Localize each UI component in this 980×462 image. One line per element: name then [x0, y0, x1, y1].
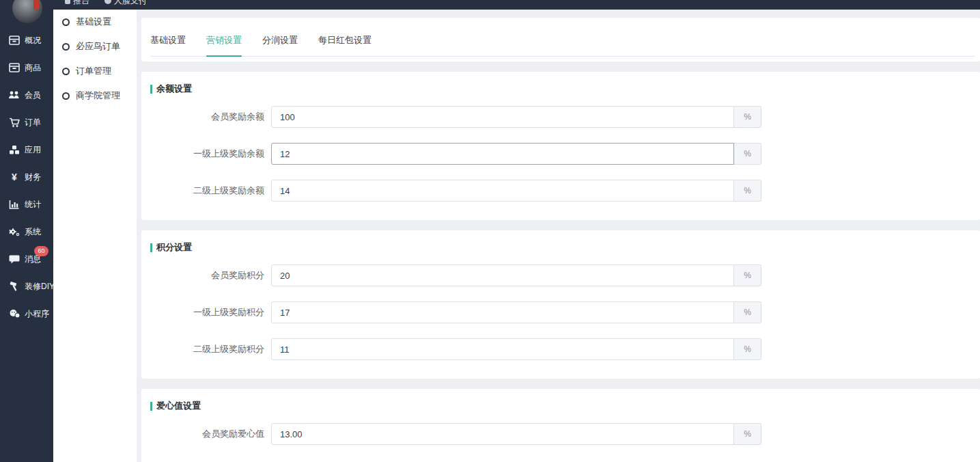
- sidebar-item-system[interactable]: 系统: [0, 218, 53, 245]
- percent-suffix: %: [734, 264, 761, 286]
- field-label: 二级上级奖励积分: [141, 338, 264, 360]
- sidebar-item-label: 概况: [25, 35, 41, 46]
- sidebar-item-label: 财务: [25, 172, 41, 183]
- circle-icon: [62, 68, 70, 75]
- submenu-item-label: 商学院管理: [76, 90, 120, 102]
- level1-reward-balance-input[interactable]: [271, 143, 734, 165]
- field-label: 一级上级奖励余额: [141, 143, 264, 165]
- sidebar-item-label: 小程序: [25, 308, 49, 320]
- level2-reward-points-input[interactable]: [271, 338, 734, 360]
- submenu-item-order-management[interactable]: 订单管理: [53, 59, 137, 83]
- main-content: 基础设置 营销设置 分润设置 每日红包设置 余额设置 会员奖励余额 % 一级上级…: [137, 10, 980, 462]
- tab-profit-settings[interactable]: 分润设置: [262, 34, 298, 57]
- section-title: 余额设置: [156, 83, 192, 95]
- member-reward-points-input[interactable]: [271, 264, 734, 286]
- section-accent-bar: [150, 85, 152, 94]
- topbar-item-label: 人脸支付: [114, 0, 147, 7]
- submenu-item-label: 必应鸟订单: [76, 40, 120, 53]
- system-icon: [8, 226, 20, 237]
- diy-icon: [8, 281, 20, 292]
- member-reward-balance-input[interactable]: [271, 106, 734, 128]
- sidebar-item-overview[interactable]: 概况: [0, 27, 53, 54]
- section-title: 积分设置: [156, 241, 192, 254]
- percent-suffix: %: [734, 106, 761, 128]
- percent-suffix: %: [734, 301, 761, 323]
- messages-count-badge: 60: [34, 246, 48, 256]
- submenu-item-label: 基础设置: [76, 16, 111, 28]
- stats-icon: [8, 199, 20, 210]
- goods-icon: [8, 62, 20, 73]
- submenu-item-bingbird-orders[interactable]: 必应鸟订单: [53, 34, 137, 59]
- sidebar-item-members[interactable]: 会员: [0, 81, 53, 109]
- orders-icon: [8, 117, 20, 128]
- sidebar-item-label: 装修DIY: [25, 281, 55, 293]
- section-title: 爱心值设置: [156, 400, 201, 412]
- percent-suffix: %: [734, 143, 761, 165]
- sidebar-item-apps[interactable]: 应用: [0, 136, 53, 163]
- section-love-value-settings: 爱心值设置 会员奖励爱心值 %: [141, 389, 980, 462]
- topbar: 推台 人脸支付: [0, 0, 980, 10]
- percent-suffix: %: [734, 338, 761, 360]
- submenu-item-label: 订单管理: [76, 65, 111, 77]
- sidebar-item-label: 统计: [25, 199, 41, 210]
- primary-sidebar: 概况 商品 会员 订单 应用 ¥: [0, 0, 53, 462]
- sidebar-item-stats[interactable]: 统计: [0, 191, 53, 218]
- field-label: 会员奖励爱心值: [141, 423, 264, 445]
- members-icon: [8, 90, 20, 100]
- field-label: 会员奖励余额: [141, 106, 264, 128]
- member-reward-love-input[interactable]: [271, 423, 734, 445]
- section-balance-settings: 余额设置 会员奖励余额 % 一级上级奖励余额 % 二级上级奖励余额 %: [141, 72, 980, 220]
- section-points-settings: 积分设置 会员奖励积分 % 一级上级奖励积分 % 二级上级奖励积分 %: [141, 230, 980, 379]
- section-accent-bar: [150, 402, 152, 411]
- sidebar-item-label: 会员: [25, 90, 41, 101]
- secondary-sidebar: 基础设置 必应鸟订单 订单管理 商学院管理: [53, 10, 137, 462]
- percent-suffix: %: [734, 423, 761, 445]
- level2-reward-balance-input[interactable]: [271, 180, 734, 202]
- sidebar-item-goods[interactable]: 商品: [0, 54, 53, 81]
- sidebar-item-label: 系统: [25, 226, 41, 238]
- sidebar-item-label: 应用: [25, 144, 41, 156]
- sidebar-item-miniprogram[interactable]: 小程序: [0, 300, 53, 327]
- tab-basic-settings[interactable]: 基础设置: [150, 34, 186, 57]
- sidebar-item-diy[interactable]: 装修DIY: [0, 273, 53, 300]
- topbar-item-face-pay[interactable]: 人脸支付: [104, 0, 147, 7]
- level1-reward-points-input[interactable]: [271, 301, 734, 323]
- tab-daily-redpacket-settings[interactable]: 每日红包设置: [318, 34, 372, 57]
- circle-icon: [62, 43, 70, 51]
- sidebar-item-finance[interactable]: ¥ 财务: [0, 163, 53, 191]
- overview-icon: [8, 35, 20, 46]
- field-label: 会员奖励积分: [141, 264, 264, 286]
- sidebar-item-label: 商品: [25, 62, 41, 74]
- sidebar-item-messages[interactable]: 消息 60: [0, 245, 53, 273]
- submenu-item-basic-settings[interactable]: 基础设置: [53, 10, 137, 34]
- pin-icon: [65, 0, 70, 4]
- field-label: 一级上级奖励积分: [141, 301, 264, 323]
- submenu-item-academy-management[interactable]: 商学院管理: [53, 83, 137, 108]
- circle-icon: [62, 92, 70, 100]
- sidebar-item-orders[interactable]: 订单: [0, 109, 53, 136]
- miniprogram-icon: [8, 308, 20, 319]
- apps-icon: [8, 144, 20, 155]
- sidebar-item-label: 订单: [25, 117, 41, 128]
- user-avatar[interactable]: [12, 0, 42, 23]
- tabs-card: 基础设置 营销设置 分润设置 每日红包设置: [141, 18, 980, 62]
- field-label: 二级上级奖励余额: [141, 180, 264, 202]
- face-pay-icon: [104, 0, 111, 4]
- finance-icon: ¥: [8, 172, 20, 182]
- section-accent-bar: [150, 243, 152, 252]
- percent-suffix: %: [734, 180, 761, 202]
- tab-marketing-settings[interactable]: 营销设置: [206, 34, 242, 57]
- message-icon: [8, 254, 20, 264]
- topbar-item-promote[interactable]: 推台: [65, 0, 89, 7]
- settings-tabs: 基础设置 营销设置 分润设置 每日红包设置: [150, 18, 975, 57]
- circle-icon: [62, 18, 70, 26]
- topbar-item-label: 推台: [73, 0, 89, 7]
